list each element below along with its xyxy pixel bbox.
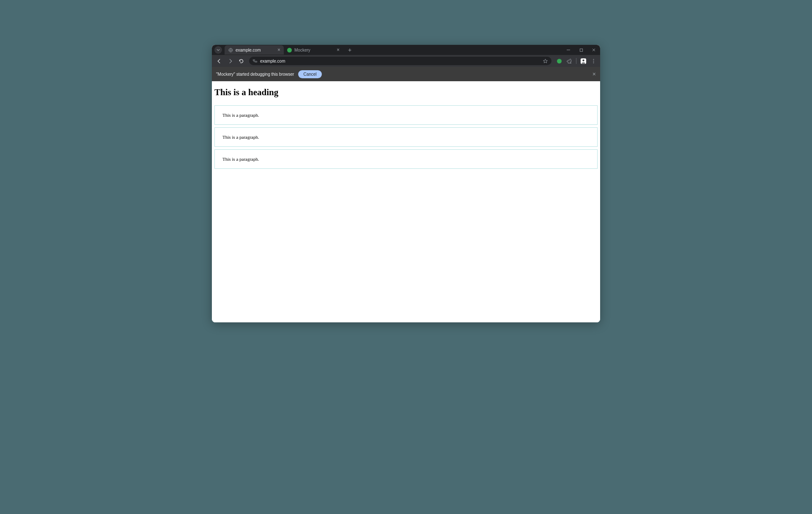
browser-window: example.com × Mockery × + xyxy=(212,45,600,322)
forward-button[interactable] xyxy=(225,56,235,66)
svg-rect-2 xyxy=(253,60,255,60)
url-text: example.com xyxy=(260,59,543,63)
extension-mockery-icon[interactable] xyxy=(555,57,563,65)
svg-point-7 xyxy=(593,60,594,61)
toolbar-divider xyxy=(576,58,576,64)
globe-icon xyxy=(228,47,233,52)
tab-mockery[interactable]: Mockery × xyxy=(284,45,343,55)
tab-search-dropdown[interactable] xyxy=(214,46,222,54)
bookmark-star-icon[interactable] xyxy=(543,58,548,64)
new-tab-button[interactable]: + xyxy=(346,46,353,54)
profile-icon[interactable] xyxy=(579,57,587,65)
svg-rect-3 xyxy=(255,61,257,62)
svg-point-8 xyxy=(593,62,594,63)
window-controls xyxy=(562,45,600,55)
maximize-button[interactable] xyxy=(575,45,587,55)
tab-title: Mockery xyxy=(294,48,335,52)
paragraph-box: This is a paragraph. xyxy=(214,105,598,125)
svg-point-5 xyxy=(582,59,584,61)
svg-rect-1 xyxy=(580,49,582,51)
paragraph-box: This is a paragraph. xyxy=(214,127,598,147)
extensions-icon[interactable] xyxy=(565,57,573,65)
svg-point-6 xyxy=(593,59,594,60)
page-heading: This is a heading xyxy=(212,81,600,103)
window-close-button[interactable] xyxy=(587,45,600,55)
debug-message: "Mockery" started debugging this browser xyxy=(216,72,294,77)
close-icon[interactable]: × xyxy=(337,47,340,53)
toolbar: example.com xyxy=(212,55,600,67)
cancel-button[interactable]: Cancel xyxy=(298,70,321,78)
close-icon[interactable]: × xyxy=(593,71,596,77)
close-icon[interactable]: × xyxy=(277,47,280,53)
reload-button[interactable] xyxy=(236,56,246,66)
mockery-icon xyxy=(287,48,292,52)
tab-title: example.com xyxy=(236,48,276,52)
debug-infobar: "Mockery" started debugging this browser… xyxy=(212,67,600,81)
site-info-icon[interactable] xyxy=(252,58,258,63)
back-button[interactable] xyxy=(214,56,224,66)
titlebar: example.com × Mockery × + xyxy=(212,45,600,55)
minimize-button[interactable] xyxy=(562,45,575,55)
address-bar[interactable]: example.com xyxy=(249,57,551,65)
tab-example[interactable]: example.com × xyxy=(225,45,284,55)
page-content: This is a heading This is a paragraph. T… xyxy=(212,81,600,322)
menu-icon[interactable] xyxy=(589,57,598,65)
paragraph-box: This is a paragraph. xyxy=(214,149,598,169)
